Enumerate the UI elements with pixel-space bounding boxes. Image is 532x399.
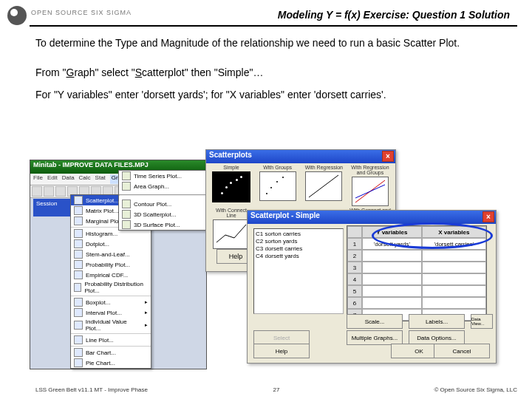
close-icon[interactable]: × bbox=[382, 151, 394, 162]
menu-item-contour[interactable]: Contour Plot... bbox=[119, 199, 206, 209]
graph-dropdown-menu-tail[interactable]: Time Series Plot... Area Graph... Contou… bbox=[118, 170, 207, 231]
menu-item-label: Time Series Plot... bbox=[134, 173, 182, 180]
row-index: 5 bbox=[347, 285, 362, 297]
menu-item-areagraph[interactable]: Area Graph... bbox=[119, 181, 206, 191]
scatterplot-type-regression-groups[interactable]: With Regression and Groups bbox=[349, 165, 391, 206]
p2-mid2: catterplot" then "Simple"… bbox=[142, 66, 263, 78]
thumb-regression-icon bbox=[305, 171, 342, 201]
menu-calc[interactable]: Calc bbox=[79, 174, 91, 184]
menu-item-dotplot[interactable]: Dotplot... bbox=[71, 239, 151, 249]
line-icon bbox=[74, 335, 83, 344]
pie-icon bbox=[74, 358, 83, 367]
menu-item-intervalplot[interactable]: Interval Plot... bbox=[71, 307, 151, 318]
footer-page-number: 27 bbox=[273, 386, 280, 393]
menu-item-3dsurface[interactable]: 3D Surface Plot... bbox=[119, 219, 206, 230]
cancel-button[interactable]: Cancel bbox=[434, 344, 490, 358]
menu-item-barchart[interactable]: Bar Chart... bbox=[71, 347, 151, 358]
menu-item-label: Individual Value Plot... bbox=[86, 318, 142, 332]
tool-icon[interactable] bbox=[55, 186, 66, 197]
scatterplot-type-regression[interactable]: With Regression bbox=[303, 165, 344, 206]
list-item[interactable]: C1 sorton carries bbox=[256, 231, 341, 238]
menu-item-prob-dist[interactable]: Probability Distribution Plot... bbox=[71, 280, 151, 295]
menu-item-label: Bar Chart... bbox=[86, 349, 116, 356]
menu-item-label: Boxplot... bbox=[86, 299, 110, 306]
menu-item-3dscatter[interactable]: 3D Scatterplot... bbox=[119, 209, 206, 219]
xy-variables-table[interactable]: Y variables X variables 1 'dorsett yards… bbox=[347, 225, 487, 321]
option-label: With Regression bbox=[305, 165, 343, 170]
header-rule bbox=[30, 25, 517, 27]
body-paragraph-1: To determine the Type and Magnitude of t… bbox=[35, 37, 510, 49]
col-index bbox=[347, 226, 362, 238]
table-row[interactable]: 3 bbox=[347, 262, 486, 273]
body-paragraph-2: From "Graph" select "Scatterplot" then "… bbox=[35, 66, 510, 78]
menu-stat[interactable]: Stat bbox=[95, 174, 106, 184]
thumb-groups-icon bbox=[259, 171, 296, 201]
scale-button[interactable]: Scale... bbox=[347, 314, 403, 329]
menu-item-ecdf[interactable]: Empirical CDF... bbox=[71, 270, 151, 280]
row-index: 3 bbox=[347, 262, 362, 273]
menu-item-lineplot[interactable]: Line Plot... bbox=[71, 335, 151, 345]
table-row[interactable]: 2 bbox=[347, 250, 486, 262]
page-title: Modeling Y = f(x) Exercise: Question 1 S… bbox=[278, 9, 510, 21]
variable-listbox[interactable]: C1 sorton carries C2 sorton yards C3 dor… bbox=[253, 228, 344, 314]
list-item[interactable]: C2 sorton yards bbox=[256, 238, 341, 245]
scatterplot-simple-dialog: Scatterplot - Simple × C1 sorton carries… bbox=[247, 210, 497, 364]
thumb-connect-icon bbox=[213, 219, 250, 249]
brand-label: OPEN SOURCE SIX SIGMA bbox=[31, 9, 132, 16]
menu-item-piechart[interactable]: Pie Chart... bbox=[71, 358, 151, 368]
scatterplot-type-groups[interactable]: With Groups bbox=[257, 165, 299, 206]
multiple-graphs-button[interactable]: Multiple Graphs... bbox=[347, 330, 403, 345]
option-label: Simple bbox=[223, 165, 239, 170]
histogram-icon bbox=[74, 229, 83, 238]
scatterplot-type-simple[interactable]: Simple bbox=[211, 165, 252, 206]
close-icon[interactable]: × bbox=[482, 211, 494, 222]
menu-item-label: Empirical CDF... bbox=[86, 272, 128, 279]
p2-graph-hotkey: G bbox=[66, 66, 75, 78]
menu-item-ivplot[interactable]: Individual Value Plot... bbox=[71, 318, 151, 332]
scatterplots-titlebar: Scatterplots × bbox=[206, 150, 395, 163]
tool-icon[interactable] bbox=[32, 186, 42, 197]
option-label: With Regression and Groups bbox=[351, 165, 389, 175]
row-index: 6 bbox=[347, 297, 362, 309]
scatterplot-type-connect[interactable]: With Connect Line bbox=[211, 208, 252, 249]
data-options-button[interactable]: Data Options... bbox=[409, 330, 465, 345]
table-row[interactable]: 1 'dorsett yards' 'dorsett carries' bbox=[347, 238, 486, 250]
list-item[interactable]: C4 dorsett yards bbox=[256, 253, 341, 260]
labels-button[interactable]: Labels... bbox=[409, 314, 465, 329]
menu-edit[interactable]: Edit bbox=[47, 174, 58, 184]
row-index: 1 bbox=[347, 238, 362, 250]
data-view-button[interactable]: Data View... bbox=[471, 314, 493, 329]
row-index: 4 bbox=[347, 273, 362, 285]
menu-item-probplot[interactable]: Probability Plot... bbox=[71, 259, 151, 270]
dotplot-icon bbox=[74, 239, 83, 248]
menu-data[interactable]: Data bbox=[62, 174, 75, 184]
probplot-icon bbox=[74, 260, 83, 269]
3dsurface-icon bbox=[122, 220, 131, 229]
menu-item-label: Probability Distribution Plot... bbox=[84, 281, 148, 294]
table-row[interactable]: 4 bbox=[347, 273, 486, 285]
table-row[interactable]: 5 bbox=[347, 285, 486, 297]
x-variable-cell[interactable]: 'dorsett carries' bbox=[422, 238, 486, 250]
help-button[interactable]: Help bbox=[253, 344, 310, 358]
svg-line-0 bbox=[309, 175, 338, 197]
menu-file[interactable]: File bbox=[33, 174, 43, 184]
menu-item-label: Matrix Plot... bbox=[86, 208, 118, 214]
menu-item-label: Scatterplot... bbox=[86, 197, 119, 204]
session-label: Session bbox=[36, 200, 57, 207]
simple-title: Scatterplot - Simple bbox=[250, 211, 320, 219]
tool-icon[interactable] bbox=[44, 186, 54, 197]
minitab-title: Minitab - IMPROVE DATA FILES.MPJ bbox=[33, 161, 149, 168]
simple-titlebar: Scatterplot - Simple × bbox=[248, 211, 496, 224]
svg-line-2 bbox=[355, 185, 385, 198]
menu-item-timeseries[interactable]: Time Series Plot... bbox=[119, 171, 206, 181]
table-row[interactable]: 6 bbox=[347, 297, 486, 309]
p2-mid1: raph" select " bbox=[74, 66, 134, 78]
y-variable-cell[interactable]: 'dorsett yards' bbox=[362, 238, 422, 250]
brand-logo-icon bbox=[7, 6, 27, 25]
stemleaf-icon bbox=[74, 250, 83, 259]
menu-item-stemleaf[interactable]: Stem-and-Leaf... bbox=[71, 249, 151, 259]
p2-scat-hotkey: S bbox=[135, 66, 142, 78]
list-item[interactable]: C3 dorsett carries bbox=[256, 245, 341, 253]
col-y-header: Y variables bbox=[362, 226, 422, 238]
menu-item-boxplot[interactable]: Boxplot... bbox=[71, 297, 151, 307]
